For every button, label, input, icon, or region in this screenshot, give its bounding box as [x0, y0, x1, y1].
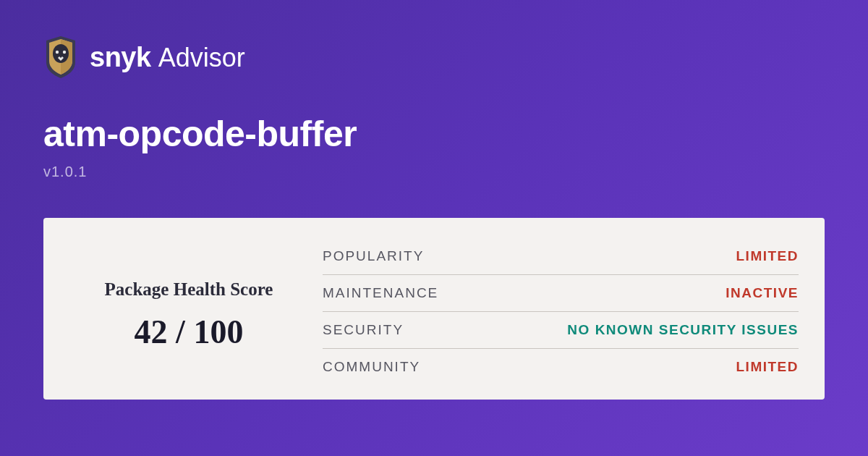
- metric-label: MAINTENANCE: [323, 285, 438, 301]
- metrics-list: POPULARITY LIMITED MAINTENANCE INACTIVE …: [323, 238, 799, 385]
- brand: snyk Advisor: [90, 42, 245, 73]
- score-title: Package Health Score: [105, 279, 273, 300]
- svg-point-1: [56, 51, 59, 54]
- brand-sub: Advisor: [158, 43, 245, 73]
- package-version: v1.0.1: [43, 164, 825, 180]
- metric-value: NO KNOWN SECURITY ISSUES: [567, 322, 799, 338]
- score-panel: Package Health Score 42 / 100: [69, 238, 308, 385]
- metric-row-community: COMMUNITY LIMITED: [323, 349, 799, 385]
- metric-row-security: SECURITY NO KNOWN SECURITY ISSUES: [323, 312, 799, 349]
- svg-point-2: [63, 51, 66, 54]
- metric-value: LIMITED: [736, 359, 799, 375]
- score-value: 42 / 100: [135, 313, 244, 351]
- metric-label: COMMUNITY: [323, 359, 420, 375]
- package-name: atm-opcode-buffer: [43, 113, 825, 155]
- metric-label: POPULARITY: [323, 248, 424, 264]
- metric-row-popularity: POPULARITY LIMITED: [323, 238, 799, 275]
- brand-name: snyk: [90, 42, 151, 73]
- metric-row-maintenance: MAINTENANCE INACTIVE: [323, 275, 799, 312]
- metric-value: INACTIVE: [726, 285, 799, 301]
- snyk-logo-icon: [43, 36, 78, 78]
- health-card: Package Health Score 42 / 100 POPULARITY…: [43, 218, 825, 400]
- metric-value: LIMITED: [736, 248, 799, 264]
- header: snyk Advisor: [43, 36, 825, 78]
- metric-label: SECURITY: [323, 322, 404, 338]
